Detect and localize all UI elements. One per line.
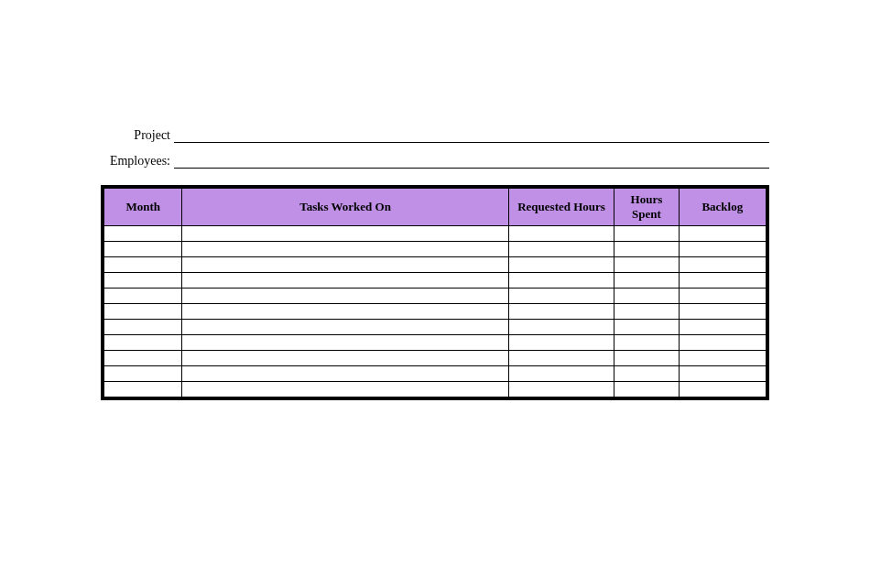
table-row: [104, 320, 767, 335]
cell-backlog[interactable]: [679, 242, 766, 257]
header-tasks: Tasks Worked On: [182, 189, 508, 226]
cell-hours-spent[interactable]: [614, 304, 679, 320]
cell-tasks[interactable]: [182, 273, 508, 289]
cell-backlog[interactable]: [679, 320, 766, 335]
table-row: [104, 289, 767, 304]
table-row: [104, 335, 767, 351]
cell-backlog[interactable]: [679, 226, 766, 242]
tasks-table-wrap: Month Tasks Worked On Requested Hours Ho…: [101, 185, 769, 400]
cell-month[interactable]: [104, 242, 182, 257]
cell-tasks[interactable]: [182, 226, 508, 242]
cell-backlog[interactable]: [679, 335, 766, 351]
employees-label: Employees:: [101, 154, 174, 169]
cell-hours-spent[interactable]: [614, 335, 679, 351]
table-header-row: Month Tasks Worked On Requested Hours Ho…: [104, 189, 767, 226]
cell-month[interactable]: [104, 351, 182, 366]
cell-month[interactable]: [104, 257, 182, 273]
cell-hours-spent[interactable]: [614, 351, 679, 366]
cell-requested[interactable]: [508, 226, 614, 242]
table-row: [104, 382, 767, 397]
cell-tasks[interactable]: [182, 304, 508, 320]
cell-requested[interactable]: [508, 289, 614, 304]
cell-hours-spent[interactable]: [614, 273, 679, 289]
header-month: Month: [104, 189, 182, 226]
table-row: [104, 304, 767, 320]
cell-month[interactable]: [104, 320, 182, 335]
cell-backlog[interactable]: [679, 289, 766, 304]
cell-backlog[interactable]: [679, 273, 766, 289]
table-row: [104, 273, 767, 289]
cell-requested[interactable]: [508, 304, 614, 320]
table-row: [104, 257, 767, 273]
cell-month[interactable]: [104, 289, 182, 304]
cell-hours-spent[interactable]: [614, 257, 679, 273]
table-row: [104, 351, 767, 366]
table-body: [104, 226, 767, 397]
cell-backlog[interactable]: [679, 382, 766, 397]
cell-requested[interactable]: [508, 351, 614, 366]
table-row: [104, 366, 767, 382]
cell-tasks[interactable]: [182, 366, 508, 382]
table-row: [104, 226, 767, 242]
cell-hours-spent[interactable]: [614, 366, 679, 382]
cell-requested[interactable]: [508, 366, 614, 382]
project-label: Project: [101, 128, 174, 143]
header-requested: Requested Hours: [508, 189, 614, 226]
header-backlog: Backlog: [679, 189, 766, 226]
cell-tasks[interactable]: [182, 289, 508, 304]
cell-hours-spent[interactable]: [614, 242, 679, 257]
cell-requested[interactable]: [508, 335, 614, 351]
cell-month[interactable]: [104, 226, 182, 242]
project-field-row: Project: [101, 128, 769, 143]
cell-hours-spent[interactable]: [614, 289, 679, 304]
cell-backlog[interactable]: [679, 257, 766, 273]
employees-field-row: Employees:: [101, 154, 769, 169]
project-input-line[interactable]: [174, 128, 769, 143]
cell-tasks[interactable]: [182, 351, 508, 366]
cell-backlog[interactable]: [679, 304, 766, 320]
timesheet-form: Project Employees: Month Tasks Worked On…: [0, 0, 870, 400]
cell-tasks[interactable]: [182, 382, 508, 397]
cell-month[interactable]: [104, 382, 182, 397]
cell-requested[interactable]: [508, 257, 614, 273]
cell-month[interactable]: [104, 273, 182, 289]
cell-month[interactable]: [104, 304, 182, 320]
table-row: [104, 242, 767, 257]
cell-hours-spent[interactable]: [614, 320, 679, 335]
cell-requested[interactable]: [508, 242, 614, 257]
cell-backlog[interactable]: [679, 366, 766, 382]
cell-requested[interactable]: [508, 320, 614, 335]
cell-tasks[interactable]: [182, 320, 508, 335]
header-hours-spent: Hours Spent: [614, 189, 679, 226]
tasks-table: Month Tasks Worked On Requested Hours Ho…: [103, 188, 767, 397]
cell-requested[interactable]: [508, 382, 614, 397]
cell-hours-spent[interactable]: [614, 226, 679, 242]
cell-tasks[interactable]: [182, 335, 508, 351]
cell-requested[interactable]: [508, 273, 614, 289]
cell-tasks[interactable]: [182, 257, 508, 273]
cell-month[interactable]: [104, 366, 182, 382]
cell-backlog[interactable]: [679, 351, 766, 366]
cell-tasks[interactable]: [182, 242, 508, 257]
cell-month[interactable]: [104, 335, 182, 351]
employees-input-line[interactable]: [174, 154, 769, 169]
cell-hours-spent[interactable]: [614, 382, 679, 397]
